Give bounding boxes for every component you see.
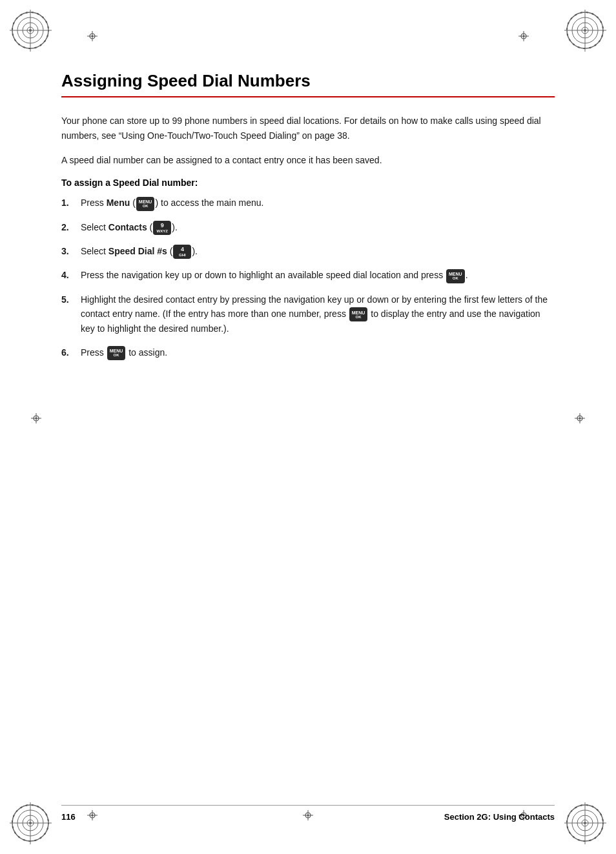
- main-content: Assigning Speed Dial Numbers Your phone …: [61, 71, 555, 369]
- step-3-keyword: Speed Dial #s: [108, 246, 167, 256]
- corner-decoration-tr: [564, 10, 606, 52]
- page-title: Assigning Speed Dial Numbers: [61, 71, 555, 97]
- step-6-content: Press MENUOK to assign.: [81, 345, 555, 360]
- footer-section-label: Section 2G: Using Contacts: [308, 812, 555, 822]
- step-1: 1. Press Menu (MENUOK) to access the mai…: [61, 196, 555, 210]
- corner-decoration-bl: [10, 802, 52, 844]
- step-3-number: 3.: [61, 244, 81, 258]
- crosshair-right-mid: [575, 413, 585, 426]
- footer-line: [61, 805, 555, 806]
- step-1-key: MENUOK: [136, 197, 155, 211]
- step-6: 6. Press MENUOK to assign.: [61, 345, 555, 360]
- step-6-number: 6.: [61, 345, 81, 360]
- corner-decoration-tl: [10, 10, 52, 52]
- steps-list: 1. Press Menu (MENUOK) to access the mai…: [61, 196, 555, 360]
- step-2-keyword: Contacts: [108, 222, 147, 232]
- step-4-content: Press the navigation key up or down to h…: [81, 268, 555, 283]
- step-3-key: 4GHI: [173, 245, 191, 259]
- step-5-key: MENUOK: [349, 307, 368, 321]
- step-2: 2. Select Contacts (9WXYZ).: [61, 220, 555, 235]
- step-2-content: Select Contacts (9WXYZ).: [81, 220, 555, 235]
- step-6-key: MENUOK: [107, 346, 126, 360]
- section-label: To assign a Speed Dial number:: [61, 178, 555, 188]
- step-4: 4. Press the navigation key up or down t…: [61, 268, 555, 283]
- crosshair-tr: [518, 31, 529, 44]
- step-4-key: MENUOK: [446, 269, 465, 283]
- page-container: Assigning Speed Dial Numbers Your phone …: [0, 0, 616, 854]
- step-5-content: Highlight the desired contact entry by p…: [81, 292, 555, 336]
- step-2-number: 2.: [61, 220, 81, 234]
- footer-page-number: 116: [61, 812, 308, 822]
- step-5: 5. Highlight the desired contact entry b…: [61, 292, 555, 336]
- step-3: 3. Select Speed Dial #s (4GHI).: [61, 244, 555, 259]
- corner-decoration-br: [564, 802, 606, 844]
- crosshair-left-mid: [31, 413, 41, 426]
- body-paragraph-1: Your phone can store up to 99 phone numb…: [61, 114, 555, 143]
- step-5-number: 5.: [61, 292, 81, 307]
- footer: 116 Section 2G: Using Contacts: [0, 812, 616, 822]
- step-1-content: Press Menu (MENUOK) to access the main m…: [81, 196, 555, 210]
- step-3-content: Select Speed Dial #s (4GHI).: [81, 244, 555, 259]
- step-1-number: 1.: [61, 196, 81, 210]
- step-4-number: 4.: [61, 268, 81, 282]
- body-paragraph-2: A speed dial number can be assigned to a…: [61, 153, 555, 167]
- crosshair-tl: [87, 31, 98, 44]
- step-1-keyword: Menu: [107, 198, 130, 208]
- step-2-key: 9WXYZ: [153, 221, 171, 235]
